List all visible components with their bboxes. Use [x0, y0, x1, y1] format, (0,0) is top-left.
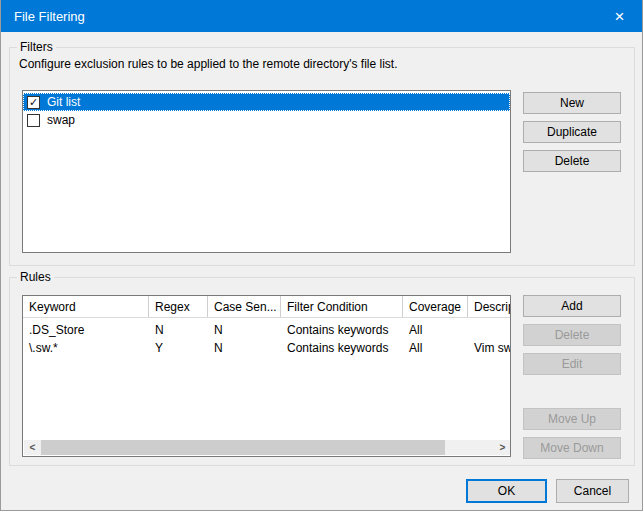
title-bar: File Filtering ×	[1, 0, 642, 32]
filter-item-label: Git list	[47, 95, 80, 109]
cell-regex: Y	[149, 339, 208, 357]
close-icon[interactable]: ×	[597, 0, 642, 32]
rules-table-header: Keyword Regex Case Sen... Filter Conditi…	[23, 296, 510, 318]
cell-coverage: All	[403, 321, 468, 339]
filters-description: Configure exclusion rules to be applied …	[19, 57, 397, 71]
column-header-case-sensitive[interactable]: Case Sen...	[208, 296, 281, 317]
column-header-regex[interactable]: Regex	[149, 296, 208, 317]
delete-rule-button[interactable]: Delete	[523, 324, 621, 346]
delete-filter-button[interactable]: Delete	[523, 150, 621, 172]
rules-table-body: .DS_Store N N Contains keywords All \.sw…	[23, 318, 510, 357]
window-title: File Filtering	[1, 9, 85, 24]
checkbox-unchecked-icon[interactable]	[27, 114, 40, 127]
scroll-right-icon[interactable]: >	[494, 440, 511, 455]
duplicate-button[interactable]: Duplicate	[523, 121, 621, 143]
cell-keyword: .DS_Store	[23, 321, 149, 339]
add-button[interactable]: Add	[523, 295, 621, 317]
scroll-left-icon[interactable]: <	[24, 440, 41, 455]
column-header-coverage[interactable]: Coverage	[403, 296, 468, 317]
cell-description	[468, 321, 510, 339]
move-up-button[interactable]: Move Up	[523, 408, 621, 430]
column-header-keyword[interactable]: Keyword	[23, 296, 149, 317]
horizontal-scrollbar: < >	[24, 440, 511, 455]
table-row[interactable]: .DS_Store N N Contains keywords All	[23, 321, 510, 339]
filter-list-item-swap[interactable]: swap	[23, 111, 510, 129]
cell-coverage: All	[403, 339, 468, 357]
cell-filter-condition: Contains keywords	[281, 321, 403, 339]
cell-filter-condition: Contains keywords	[281, 339, 403, 357]
filters-group-label: Filters	[17, 40, 56, 54]
cell-case-sensitive: N	[208, 339, 281, 357]
table-row[interactable]: \.sw.* Y N Contains keywords All Vim sw	[23, 339, 510, 357]
rules-table: Keyword Regex Case Sen... Filter Conditi…	[22, 295, 511, 457]
checkbox-checked-icon[interactable]: ✓	[27, 96, 40, 109]
horizontal-scrollbar-track[interactable]	[445, 440, 494, 455]
cell-case-sensitive: N	[208, 321, 281, 339]
cell-description: Vim sw	[468, 339, 510, 357]
rules-group-label: Rules	[17, 270, 54, 284]
file-filtering-dialog: File Filtering × Filters Configure exclu…	[0, 0, 643, 511]
cell-keyword: \.sw.*	[23, 339, 149, 357]
filter-item-label: swap	[47, 113, 75, 127]
horizontal-scrollbar-thumb[interactable]	[41, 440, 445, 455]
new-button[interactable]: New	[523, 92, 621, 114]
cancel-button[interactable]: Cancel	[556, 479, 629, 503]
column-header-description[interactable]: Descrip	[468, 296, 510, 317]
column-header-filter-condition[interactable]: Filter Condition	[281, 296, 403, 317]
filter-list: ✓ Git list swap	[22, 90, 511, 253]
move-down-button[interactable]: Move Down	[523, 437, 621, 459]
cell-regex: N	[149, 321, 208, 339]
filter-list-item-git-list[interactable]: ✓ Git list	[23, 93, 510, 111]
edit-button[interactable]: Edit	[523, 353, 621, 375]
ok-button[interactable]: OK	[466, 479, 547, 503]
